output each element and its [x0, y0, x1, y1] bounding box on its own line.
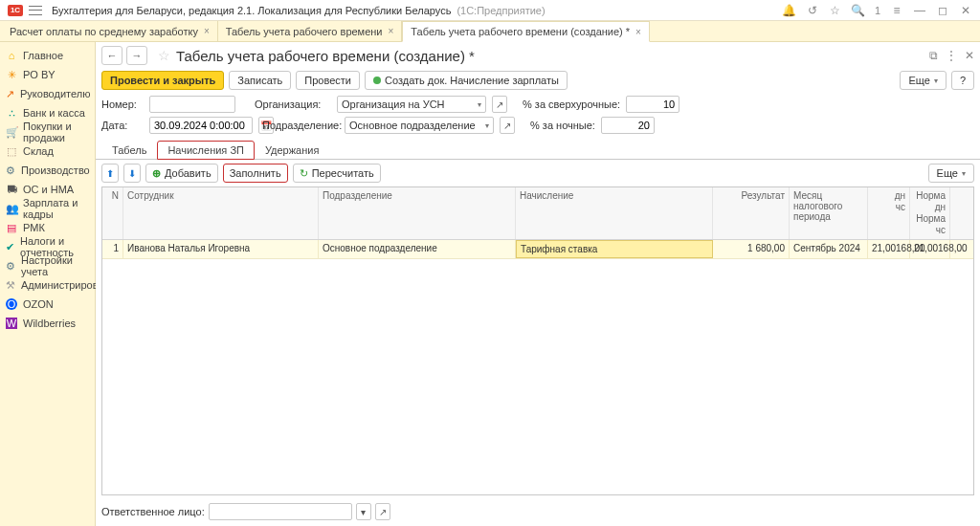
- sidebar-item-10[interactable]: ✔Налоги и отчетность: [0, 237, 95, 256]
- tab-label: Расчет оплаты по среднему заработку: [10, 26, 198, 37]
- close-icon[interactable]: ✕: [959, 4, 972, 17]
- move-down-button[interactable]: ⬇: [123, 164, 141, 183]
- overtime-input[interactable]: [626, 96, 679, 113]
- sidebar-item-0[interactable]: ⌂Главное: [0, 46, 95, 65]
- sidebar-item-5[interactable]: ⬚Склад: [0, 142, 95, 161]
- main-content: ← → ☆ Табель учета рабочего времени (соз…: [96, 42, 980, 526]
- cell-result: 1 680,00: [713, 240, 790, 258]
- sidebar-item-label: Главное: [23, 50, 63, 61]
- tab-timesheet-inner[interactable]: Табель: [101, 141, 157, 160]
- org-select[interactable]: Организация на УСН▾: [337, 96, 486, 113]
- sidebar-item-11[interactable]: ⚙Настройки учета: [0, 256, 95, 275]
- tab-close-icon[interactable]: ×: [389, 26, 394, 36]
- tab-accruals[interactable]: Начисления ЗП: [157, 141, 255, 160]
- tab-close-icon[interactable]: ×: [204, 26, 210, 36]
- more-button[interactable]: Еще▾: [900, 71, 946, 90]
- c-cog-icon: ⚙: [6, 260, 15, 273]
- minimize-icon[interactable]: —: [913, 4, 926, 17]
- fill-button[interactable]: Заполнить: [223, 164, 288, 183]
- sidebar-item-6[interactable]: ⚙Производство: [0, 161, 95, 180]
- sidebar-item-1[interactable]: ✳PO BY: [0, 65, 95, 84]
- sidebar-item-8[interactable]: 👥Зарплата и кадры: [0, 199, 95, 218]
- responsible-select-button[interactable]: ▾: [356, 503, 371, 520]
- sidebar-item-label: Производство: [21, 164, 90, 176]
- cell-employee: Иванова Наталья Игоревна: [123, 240, 319, 258]
- org-open-button[interactable]: ↗: [492, 96, 507, 113]
- sidebar-item-12[interactable]: ⚒Администрирование: [0, 275, 95, 295]
- accruals-grid[interactable]: N Сотрудник Подразделение Начисление Рез…: [101, 186, 974, 495]
- dep-label: Подразделение:: [262, 120, 339, 131]
- page-title: Табель учета рабочего времени (создание)…: [176, 48, 475, 64]
- date-input[interactable]: [149, 117, 253, 134]
- app-subtitle: (1С:Предприятие): [457, 5, 545, 16]
- add-row-button[interactable]: ⊕Добавить: [145, 164, 218, 183]
- overtime-label: % за сверхурочные:: [523, 99, 620, 110]
- col-accrual: Начисление: [516, 187, 713, 239]
- cell-accrual[interactable]: Тарифная ставка: [516, 240, 713, 258]
- sidebar-item-label: РМК: [23, 222, 45, 233]
- star-icon[interactable]: ☆: [829, 4, 842, 17]
- c-gear-icon: ⚙: [6, 164, 15, 177]
- sidebar-item-label: OZON: [23, 298, 54, 310]
- menu-icon[interactable]: [29, 5, 42, 16]
- plus-icon: ⊕: [152, 167, 161, 180]
- grid-more-button[interactable]: Еще▾: [928, 164, 974, 183]
- cell-period: Сентябрь 2024: [790, 240, 868, 258]
- sidebar-item-7[interactable]: ⛟ОС и НМА: [0, 180, 95, 199]
- window-close-icon[interactable]: ✕: [965, 49, 974, 62]
- post-and-close-button[interactable]: Провести и закрыть: [101, 71, 224, 90]
- cell-norm: 21,00168,00: [910, 240, 950, 258]
- number-input[interactable]: [149, 96, 235, 113]
- col-norm: Норма днНорма чс: [910, 187, 950, 239]
- settings-icon[interactable]: ≡: [890, 4, 903, 17]
- cell-n: 1: [102, 240, 123, 258]
- cell-days: 21,00168,00: [868, 240, 910, 258]
- sidebar-item-label: Склад: [23, 145, 54, 157]
- favorite-icon[interactable]: ☆: [155, 48, 172, 63]
- sidebar-item-4[interactable]: 🛒Покупки и продажи: [0, 122, 95, 142]
- sidebar-item-label: Покупки и продажи: [23, 121, 89, 143]
- c-bank-icon: ⛬: [6, 107, 17, 119]
- bell-icon[interactable]: 🔔: [783, 4, 796, 17]
- detach-icon[interactable]: ⧉: [929, 49, 938, 62]
- tab-deductions[interactable]: Удержания: [255, 141, 329, 160]
- recalc-button[interactable]: ↻Пересчитать: [293, 164, 381, 183]
- responsible-input[interactable]: [209, 503, 352, 520]
- menu-dots-icon[interactable]: ⋮: [946, 49, 957, 62]
- col-result: Результат: [713, 187, 790, 239]
- move-up-button[interactable]: ⬆: [101, 164, 119, 183]
- dep-open-button[interactable]: ↗: [500, 117, 515, 134]
- responsible-open-button[interactable]: ↗: [375, 503, 390, 520]
- dep-select[interactable]: Основное подразделение▾: [345, 117, 494, 134]
- maximize-icon[interactable]: ◻: [936, 4, 949, 17]
- history-icon[interactable]: ↺: [806, 4, 819, 17]
- nav-back-button[interactable]: ←: [101, 46, 122, 65]
- header-form: Номер: Организация: Организация на УСН▾ …: [96, 94, 980, 140]
- tab-timesheet[interactable]: Табель учета рабочего времени ×: [218, 21, 403, 41]
- sidebar-item-label: Руководителю: [20, 88, 90, 99]
- post-button[interactable]: Провести: [296, 71, 360, 90]
- c-pmk-icon: ▤: [6, 222, 17, 234]
- save-button[interactable]: Записать: [229, 71, 291, 90]
- sidebar-item-2[interactable]: ↗Руководителю: [0, 84, 95, 103]
- night-input[interactable]: [601, 117, 655, 134]
- sidebar-item-3[interactable]: ⛬Банк и касса: [0, 103, 95, 122]
- nav-forward-button[interactable]: →: [126, 46, 147, 65]
- date-label: Дата:: [101, 120, 144, 131]
- sidebar-item-13[interactable]: OOZON: [0, 295, 95, 314]
- help-button[interactable]: ?: [951, 71, 974, 90]
- tab-average-earnings[interactable]: Расчет оплаты по среднему заработку ×: [2, 21, 218, 41]
- titlebar-counter: 1: [875, 5, 880, 16]
- tab-timesheet-create[interactable]: Табель учета рабочего времени (создание)…: [402, 21, 650, 42]
- grid-row[interactable]: 1 Иванова Наталья Игоревна Основное подр…: [102, 240, 973, 259]
- inner-tabs: Табель Начисления ЗП Удержания: [96, 140, 980, 160]
- sidebar-item-label: ОС и НМА: [23, 184, 74, 195]
- create-payroll-button[interactable]: Создать док. Начисление зарплаты: [365, 71, 568, 90]
- c-chart-icon: ↗: [6, 88, 14, 100]
- sidebar-item-9[interactable]: ▤РМК: [0, 218, 95, 237]
- c-cart-icon: 🛒: [6, 126, 17, 139]
- action-bar: Провести и закрыть Записать Провести Соз…: [96, 71, 980, 94]
- sidebar-item-14[interactable]: WWildberries: [0, 314, 95, 333]
- tab-close-icon[interactable]: ×: [635, 27, 641, 37]
- search-icon[interactable]: 🔍: [852, 4, 865, 17]
